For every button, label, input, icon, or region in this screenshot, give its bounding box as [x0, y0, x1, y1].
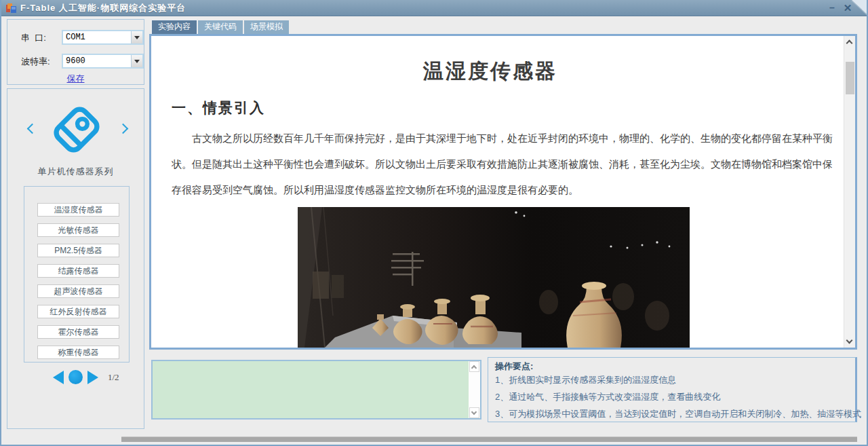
- serial-settings-panel: 串 口: COM1 波特率: 9600 保存: [7, 19, 144, 85]
- note-item-3: 3、可为模拟场景中设置阈值，当达到设定值时，空调自动开启和关闭制冷、加热、抽湿等…: [495, 408, 861, 420]
- serial-port-row: 串 口: COM1: [7, 30, 144, 45]
- tab-key-code[interactable]: 关键代码: [198, 20, 243, 34]
- serial-port-select[interactable]: COM1: [62, 30, 144, 45]
- log-scroll-down-button[interactable]: [469, 407, 479, 418]
- chevron-down-icon: [846, 337, 853, 344]
- bottom-divider: [121, 436, 857, 442]
- chevron-up-icon: [846, 40, 853, 47]
- log-panel: [151, 360, 481, 420]
- app-window: { "window": { "title": "F-Table 人工智能·物联网…: [0, 0, 868, 446]
- tabbar: 实验内容 关键代码 场景模拟: [152, 20, 289, 34]
- pager-prev-icon[interactable]: [53, 371, 64, 384]
- corner-fold-decoration: [852, 0, 868, 16]
- series-next-chevron-icon[interactable]: [119, 124, 128, 134]
- baud-rate-select[interactable]: 9600: [62, 54, 144, 69]
- sensor-button-hall[interactable]: 霍尔传感器: [37, 325, 119, 339]
- sensor-button-temperature-humidity[interactable]: 温湿度传感器: [37, 203, 119, 217]
- window-title: F-Table 人工智能·物联网综合实验平台: [20, 2, 186, 14]
- page-indicator: 1/2: [108, 372, 119, 383]
- serial-port-dropdown-button[interactable]: [131, 31, 142, 43]
- scroll-down-button[interactable]: [844, 336, 856, 348]
- operation-notes-panel: 操作要点: 1、折线图实时显示传感器采集到的温湿度信息 2、通过哈气、手指接触等…: [488, 357, 857, 422]
- scroll-up-button[interactable]: [844, 36, 856, 48]
- sensor-button-weighing[interactable]: 称重传感器: [37, 346, 119, 359]
- baud-rate-value: 9600: [63, 55, 131, 67]
- content-scrollbar[interactable]: [844, 36, 855, 348]
- series-prev-chevron-icon[interactable]: [26, 124, 36, 134]
- sensor-button-pm25[interactable]: PM2.5传感器: [37, 244, 119, 257]
- sensor-button-ultrasonic[interactable]: 超声波传感器: [37, 284, 119, 298]
- baud-rate-label: 波特率:: [21, 56, 50, 68]
- baud-rate-dropdown-button[interactable]: [131, 55, 142, 67]
- pager-next-icon[interactable]: [87, 371, 98, 384]
- pager-dot-icon[interactable]: [68, 370, 83, 384]
- baud-rate-row: 波特率: 9600: [7, 54, 144, 69]
- tab-experiment-content[interactable]: 实验内容: [152, 20, 197, 34]
- sensor-button-infrared[interactable]: 红外反射传感器: [37, 305, 119, 318]
- serial-port-label: 串 口:: [21, 32, 46, 44]
- document-title: 温湿度传感器: [151, 58, 829, 86]
- tab-scene-simulation[interactable]: 场景模拟: [244, 20, 289, 34]
- pager: 1/2: [7, 369, 144, 386]
- series-label: 单片机传感器系列: [7, 166, 144, 178]
- tag-icon: [45, 98, 108, 161]
- section-heading: 一、情景引入: [172, 98, 265, 117]
- chevron-up-icon: [471, 365, 477, 371]
- log-scroll-up-button[interactable]: [469, 361, 479, 372]
- app-logo-icon: [6, 3, 16, 13]
- log-scrollbar[interactable]: [469, 361, 480, 418]
- sensor-button-photosensitive[interactable]: 光敏传感器: [37, 223, 119, 237]
- minimize-button[interactable]: –: [825, 1, 839, 14]
- note-item-1: 1、折线图实时显示传感器采集到的温湿度信息: [495, 374, 676, 386]
- museum-artifacts-photo: [298, 207, 690, 348]
- dropdown-arrow-icon: [134, 36, 140, 39]
- dropdown-arrow-icon: [134, 60, 140, 63]
- log-textarea[interactable]: [153, 361, 469, 418]
- notes-heading: 操作要点:: [495, 360, 533, 373]
- save-link[interactable]: 保存: [7, 73, 144, 85]
- experiment-content-panel: 温湿度传感器 一、情景引入 古文物之所以历经数百年几千年而保持完好，是由于其深埋…: [149, 34, 857, 350]
- scrollbar-thumb[interactable]: [846, 62, 854, 94]
- serial-port-value: COM1: [63, 31, 131, 43]
- titlebar[interactable]: F-Table 人工智能·物联网综合实验平台 – ✕: [1, 0, 868, 16]
- chevron-down-icon: [471, 409, 477, 415]
- document-paragraph: 古文物之所以历经数百年几千年而保持完好，是由于其深埋于地下时，处在近乎封闭的环境…: [172, 126, 833, 203]
- sensor-series-panel: 单片机传感器系列 温湿度传感器 光敏传感器 PM2.5传感器 结露传感器 超声波…: [7, 88, 144, 429]
- sensor-button-condensation[interactable]: 结露传感器: [37, 264, 119, 278]
- sensor-list-panel: 温湿度传感器 光敏传感器 PM2.5传感器 结露传感器 超声波传感器 红外反射传…: [24, 186, 130, 363]
- note-item-2: 2、通过哈气、手指接触等方式改变温湿度，查看曲线变化: [495, 391, 720, 403]
